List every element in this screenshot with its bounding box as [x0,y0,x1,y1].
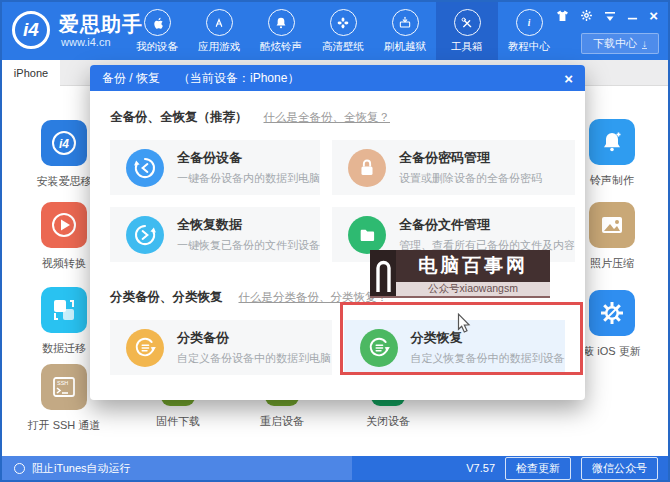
card-category-restore[interactable]: 分类恢复 自定义恢复备份中的数据到设备 [344,320,566,375]
lock-icon [348,149,386,187]
nav-item-tutorials[interactable]: i 教程中心 [498,2,560,60]
folder-icon [348,216,386,254]
nav-label: 高清壁纸 [322,40,364,54]
dialog-body: 全备份、全恢复（推荐） 什么是全备份、全恢复？ 全备份设备 一键备份设备内的数据… [90,91,585,375]
nav-item-wallpapers[interactable]: 高清壁纸 [312,2,374,60]
card-full-restore-data[interactable]: 全恢复数据 一键恢复已备份的文件到设备 [110,207,320,262]
tab-iphone[interactable]: iPhone [2,60,60,86]
main-nav: 我的设备 应用游戏 酷炫铃声 高清壁纸 [126,2,560,60]
nav-label: 工具箱 [451,40,483,54]
close-icon[interactable]: × [564,71,573,86]
nav-item-ringtones[interactable]: 酷炫铃声 [250,2,312,60]
card-title: 全备份密码管理 [399,149,542,167]
watermark: 电脑百事网 公众号xiaowangsm [370,250,550,298]
brand-url: www.i4.cn [61,36,111,48]
download-icon: ↓ [642,39,647,49]
card-full-backup-device[interactable]: 全备份设备 一键备份设备内的数据到电脑 [110,140,320,195]
nav-label: 酷炫铃声 [260,40,302,54]
toolbox-icon [454,9,481,36]
section-title: 全备份、全恢复（推荐） [110,109,248,126]
version-label: V7.57 [466,462,495,474]
nav-label: 应用游戏 [198,40,240,54]
nav-item-flash-jailbreak[interactable]: 刷机越狱 [374,2,436,60]
minimize-icon[interactable] [627,10,638,21]
window-controls: × [556,9,658,22]
wechat-official-button[interactable]: 微信公众号 [581,457,658,480]
backup-device-icon [126,149,164,187]
flash-box-icon [392,9,419,36]
watermark-logo-icon [370,250,396,296]
dialog-header: 备份 / 恢复 （当前设备：iPhone） × [90,65,585,91]
skin-icon[interactable] [556,10,569,22]
photo-icon [589,202,635,248]
svg-text:i4: i4 [59,137,69,151]
section-full-backup-header: 全备份、全恢复（推荐） 什么是全备份、全恢复？ [110,109,565,126]
card-desc: 设置或删除设备的全备份密码 [399,171,542,186]
tool-label: 关闭设备 [343,414,433,429]
category-backup-icon [126,329,164,367]
brand-logo: i4 [12,11,50,49]
ringtone-bell-icon [589,119,635,165]
card-title: 全恢复数据 [177,216,320,234]
what-is-full-backup-link[interactable]: 什么是全备份、全恢复？ [264,110,391,125]
block-update-gear-icon [589,290,635,336]
card-title: 分类恢复 [411,329,565,347]
tool-label: 固件下载 [133,414,223,429]
tool-firmware-download[interactable]: 固件下载 [133,396,223,429]
tool-shutdown-device[interactable]: 关闭设备 [343,396,433,429]
tool-label: 重启设备 [237,414,327,429]
card-category-backup[interactable]: 分类备份 自定义备份设备中的数据到电脑 [110,320,332,375]
nav-label: 刷机越狱 [384,40,426,54]
dialog-current-device: （当前设备：iPhone） [178,70,299,87]
radio-circle-icon [14,463,25,474]
category-cards: 分类备份 自定义备份设备中的数据到电脑 分类恢复 自定义恢复备份中的数据到设备 [110,320,565,375]
card-title: 全备份文件管理 [399,216,575,234]
card-desc: 一键恢复已备份的文件到设备 [177,238,320,253]
card-desc: 自定义恢复备份中的数据到设备 [411,351,565,366]
nav-item-toolbox[interactable]: 工具箱 [436,2,498,60]
watermark-title: 电脑百事网 [396,250,550,282]
nav-item-my-devices[interactable]: 我的设备 [126,2,188,60]
download-center-label: 下载中心 [593,36,637,51]
header: i4 爱思助手 www.i4.cn 我的设备 应用游戏 酷炫铃声 [2,2,668,60]
flower-icon [330,9,357,36]
dialog-title: 备份 / 恢复 [102,70,160,87]
menu-caret-icon[interactable] [604,10,616,22]
i4-app-icon: i4 [41,120,87,166]
settings-gear-icon[interactable] [580,9,593,22]
block-itunes-checkbox[interactable]: 阻止iTunes自动运行 [2,456,352,480]
section-title: 分类备份、分类恢复 [110,289,223,306]
card-desc: 自定义备份设备中的数据到电脑 [177,351,331,366]
status-bar: 阻止iTunes自动运行 V7.57 检查更新 微信公众号 [2,456,668,480]
category-restore-icon [360,329,398,367]
full-backup-cards: 全备份设备 一键备份设备内的数据到电脑 全备份密码管理 设置或删除设备的全备份密… [110,140,565,262]
apple-icon [144,9,171,36]
info-icon: i [516,9,543,36]
restore-data-icon [126,216,164,254]
tool-label: 打开 SSH 通道 [19,418,109,433]
card-title: 分类备份 [177,329,331,347]
nav-label: 我的设备 [136,40,178,54]
bell-icon [268,9,295,36]
svg-text:SSH: SSH [57,380,68,386]
card-title: 全备份设备 [177,149,320,167]
download-center-button[interactable]: 下载中心 ↓ [581,33,659,54]
tool-reboot-device[interactable]: 重启设备 [237,396,327,429]
video-convert-icon [41,202,87,248]
check-update-button[interactable]: 检查更新 [505,457,571,480]
nav-item-apps-games[interactable]: 应用游戏 [188,2,250,60]
app-window: i4 爱思助手 www.i4.cn 我的设备 应用游戏 酷炫铃声 [0,0,670,482]
nav-label: 教程中心 [508,40,550,54]
svg-text:i: i [528,18,531,28]
close-window-icon[interactable]: × [649,10,658,22]
watermark-subtitle: 公众号xiaowangsm [396,282,550,296]
block-itunes-label: 阻止iTunes自动运行 [32,461,131,476]
data-migrate-icon [41,287,87,333]
backup-restore-dialog: 备份 / 恢复 （当前设备：iPhone） × 全备份、全恢复（推荐） 什么是全… [90,65,585,400]
appstore-icon [206,9,233,36]
ssh-terminal-icon: SSH [41,364,87,410]
card-backup-password-manage[interactable]: 全备份密码管理 设置或删除设备的全备份密码 [332,140,575,195]
what-is-category-backup-link[interactable]: 什么是分类备份、分类恢复？ [239,290,389,305]
card-desc: 一键备份设备内的数据到电脑 [177,171,320,186]
